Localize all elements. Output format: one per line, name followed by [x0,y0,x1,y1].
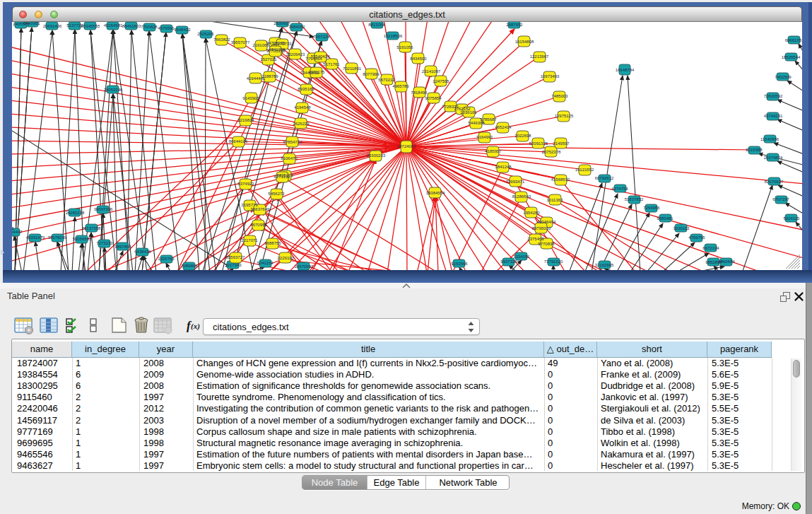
svg-text:9770838: 9770838 [538,242,555,246]
svg-text:89795010: 89795010 [532,226,551,230]
svg-text:73791320: 73791320 [544,259,563,264]
svg-text:1954280: 1954280 [523,211,540,215]
svg-text:20752378: 20752378 [542,150,561,154]
svg-text:81286543: 81286543 [512,194,531,199]
svg-text:8434500: 8434500 [410,57,427,61]
svg-text:9143903: 9143903 [242,96,259,100]
svg-text:9164991: 9164991 [476,135,493,139]
svg-text:3684052: 3684052 [288,25,305,29]
svg-text:5924115: 5924115 [784,216,801,221]
svg-text:85563727: 85563727 [226,255,245,259]
svg-text:7357224: 7357224 [313,35,330,39]
svg-text:1054447: 1054447 [12,230,23,234]
svg-text:82070937: 82070937 [765,180,784,184]
svg-text:2229110: 2229110 [278,256,295,260]
svg-text:5041154: 5041154 [257,261,274,265]
svg-text:1841248: 1841248 [495,165,512,169]
svg-text:3219824: 3219824 [237,118,254,122]
svg-text:51837852: 51837852 [625,197,644,201]
svg-text:20691406: 20691406 [43,24,62,28]
svg-text:9075854: 9075854 [425,96,442,100]
svg-text:4679591: 4679591 [158,26,175,30]
svg-text:9153566: 9153566 [451,262,468,266]
svg-text:1326765: 1326765 [158,257,175,261]
svg-text:19218506: 19218506 [384,34,403,38]
svg-text:9937326: 9937326 [500,259,517,264]
svg-text:7663822: 7663822 [213,37,230,42]
svg-text:7485003: 7485003 [551,94,568,98]
svg-text:52091325: 52091325 [529,141,548,146]
svg-text:72820592: 72820592 [764,94,783,98]
svg-text:20053346: 20053346 [104,88,123,92]
svg-text:16154808: 16154808 [515,40,534,44]
svg-text:17270733: 17270733 [273,42,292,46]
svg-text:5374922: 5374922 [237,182,254,186]
svg-text:41568532: 41568532 [551,177,570,182]
svg-text:12975125: 12975125 [555,114,574,118]
svg-text:88461803: 88461803 [122,24,141,28]
svg-text:85345555: 85345555 [81,24,100,28]
svg-text:5673212: 5673212 [378,78,395,82]
svg-text:66792612: 66792612 [595,176,614,180]
svg-text:1036161: 1036161 [460,110,477,115]
svg-text:45264581: 45264581 [104,23,123,28]
svg-text:39557077: 39557077 [231,40,250,45]
svg-text:7700828: 7700828 [141,25,158,29]
svg-text:43046464: 43046464 [537,220,556,224]
svg-text:7402509: 7402509 [775,75,792,79]
svg-text:10973493: 10973493 [541,74,560,78]
svg-text:2149597: 2149597 [553,141,570,146]
svg-text:86644106: 86644106 [229,139,248,144]
svg-text:8813054: 8813054 [368,23,385,27]
svg-text:7273233: 7273233 [96,241,113,245]
svg-text:6438436: 6438436 [134,250,151,254]
svg-text:6707197: 6707197 [772,197,789,201]
svg-text:12213967: 12213967 [530,54,549,59]
svg-text:6672134: 6672134 [702,246,719,250]
svg-text:33978249: 33978249 [48,235,67,240]
svg-text:7089806: 7089806 [181,264,198,268]
svg-text:4191175: 4191175 [309,70,326,74]
svg-text:2375453: 2375453 [527,237,544,241]
svg-text:8077999: 8077999 [363,72,379,76]
svg-text:24282218: 24282218 [66,211,85,215]
svg-text:4194548: 4194548 [294,105,311,110]
svg-text:3154051: 3154051 [513,255,530,259]
svg-text:3030113: 3030113 [673,226,690,230]
svg-text:8935169: 8935169 [298,87,314,91]
svg-text:8215958: 8215958 [746,148,763,152]
svg-text:97705310: 97705310 [266,49,286,53]
svg-text:4965789: 4965789 [392,84,409,88]
svg-text:2217071: 2217071 [241,238,258,243]
svg-text:1527021: 1527021 [260,57,277,62]
svg-text:19384554: 19384554 [426,191,445,195]
svg-text:(x): (x) [191,322,200,331]
svg-text:2687652: 2687652 [506,23,523,27]
svg-text:4185957: 4185957 [485,149,502,153]
svg-text:5456272: 5456272 [268,192,285,196]
svg-text:78137358: 78137358 [82,226,101,230]
svg-text:25300203: 25300203 [367,153,386,158]
svg-text:32162965: 32162965 [595,263,614,267]
svg-text:4374754: 4374754 [611,187,628,191]
svg-text:9683481: 9683481 [657,216,673,221]
svg-text:43744231: 43744231 [764,114,783,118]
svg-text:9897858: 9897858 [114,245,131,249]
svg-text:70211891: 70211891 [343,66,362,71]
svg-text:2626229: 2626229 [293,122,310,126]
svg-text:25374874: 25374874 [764,156,783,160]
svg-text:23141087: 23141087 [422,69,441,74]
svg-text:2525206: 2525206 [197,32,214,36]
svg-text:5171761: 5171761 [323,62,340,66]
svg-text:3011363: 3011363 [547,198,564,202]
svg-text:7264956: 7264956 [643,206,660,210]
svg-text:8106470: 8106470 [281,156,298,160]
svg-text:23209423: 23209423 [286,52,305,57]
svg-text:5785687: 5785687 [480,117,497,122]
svg-text:4652414: 4652414 [495,125,512,129]
svg-text:18724007: 18724007 [397,144,416,148]
svg-text:8670955: 8670955 [250,223,267,227]
svg-text:16648784: 16648784 [616,68,635,72]
svg-text:19121552: 19121552 [575,168,594,172]
svg-text:67854710: 67854710 [283,140,302,144]
